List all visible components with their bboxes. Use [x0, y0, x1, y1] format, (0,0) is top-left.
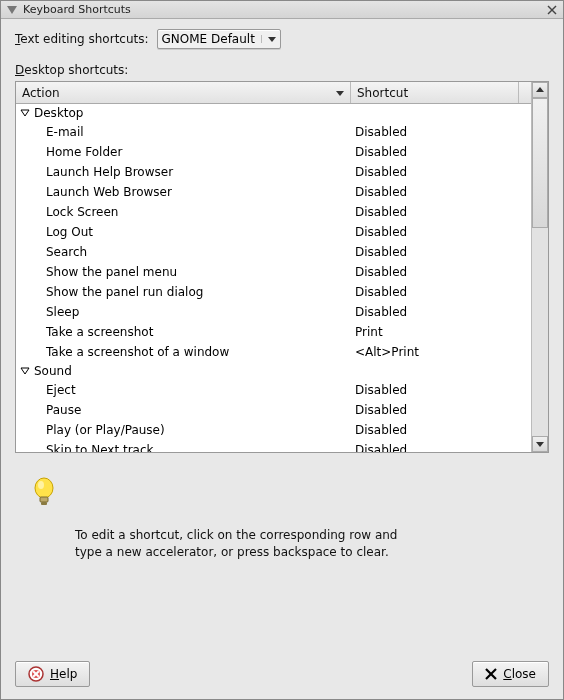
column-header-shortcut[interactable]: Shortcut — [351, 82, 519, 103]
svg-point-10 — [38, 481, 44, 489]
scheme-dropdown[interactable]: GNOME Default — [157, 29, 281, 49]
hint-area: To edit a shortcut, click on the corresp… — [15, 453, 549, 571]
action-cell: Take a screenshot — [46, 325, 355, 339]
shortcut-cell: Disabled — [355, 423, 515, 437]
sort-arrow-icon — [336, 89, 344, 97]
desktop-shortcuts-label: Desktop shortcuts: — [15, 63, 549, 77]
action-cell: Launch Web Browser — [46, 185, 355, 199]
svg-point-9 — [35, 478, 53, 498]
action-cell: Lock Screen — [46, 205, 355, 219]
table-row[interactable]: Skip to Next trackDisabled — [16, 440, 531, 452]
svg-marker-8 — [536, 442, 544, 447]
lightbulb-icon — [31, 477, 539, 507]
shortcut-cell: Disabled — [355, 145, 515, 159]
action-cell: Sleep — [46, 305, 355, 319]
shortcut-cell: Disabled — [355, 125, 515, 139]
table-row[interactable]: Home FolderDisabled — [16, 142, 531, 162]
table-row[interactable]: Take a screenshot of a window<Alt>Print — [16, 342, 531, 362]
window-title: Keyboard Shortcuts — [23, 3, 545, 16]
action-cell: Skip to Next track — [46, 443, 355, 452]
help-button[interactable]: Help — [15, 661, 90, 687]
chevron-down-icon — [261, 35, 276, 43]
table-row[interactable]: Lock ScreenDisabled — [16, 202, 531, 222]
svg-rect-11 — [40, 497, 48, 502]
app-icon — [5, 3, 19, 17]
scheme-label: Text editing shortcuts: — [15, 32, 149, 46]
action-cell: Take a screenshot of a window — [46, 345, 355, 359]
scheme-row: Text editing shortcuts: GNOME Default — [15, 29, 549, 49]
action-cell: Play (or Play/Pause) — [46, 423, 355, 437]
table-rows: DesktopE-mailDisabledHome FolderDisabled… — [16, 104, 531, 452]
content-area: Text editing shortcuts: GNOME Default De… — [1, 19, 563, 653]
group-label: Desktop — [34, 106, 84, 120]
table-header: Action Shortcut — [16, 82, 531, 104]
vertical-scrollbar[interactable] — [531, 82, 548, 452]
action-cell: Eject — [46, 383, 355, 397]
shortcut-cell: Disabled — [355, 383, 515, 397]
action-cell: Search — [46, 245, 355, 259]
close-button[interactable]: Close — [472, 661, 549, 687]
hint-text: To edit a shortcut, click on the corresp… — [75, 527, 475, 561]
action-cell: E-mail — [46, 125, 355, 139]
table-row[interactable]: Launch Help BrowserDisabled — [16, 162, 531, 182]
shortcut-cell: Disabled — [355, 205, 515, 219]
action-cell: Show the panel run dialog — [46, 285, 355, 299]
group-row[interactable]: Sound — [16, 362, 531, 380]
action-cell: Launch Help Browser — [46, 165, 355, 179]
shortcut-cell: Disabled — [355, 443, 515, 452]
table-row[interactable]: Show the panel menuDisabled — [16, 262, 531, 282]
shortcut-cell: Disabled — [355, 265, 515, 279]
shortcuts-table: Action Shortcut DesktopE-mailDisabledHom… — [15, 81, 549, 453]
svg-marker-0 — [7, 6, 17, 14]
expand-icon — [20, 366, 30, 376]
group-row[interactable]: Desktop — [16, 104, 531, 122]
shortcut-cell: Print — [355, 325, 515, 339]
action-cell: Log Out — [46, 225, 355, 239]
shortcut-cell: Disabled — [355, 403, 515, 417]
shortcut-cell: Disabled — [355, 225, 515, 239]
keyboard-shortcuts-window: Keyboard Shortcuts Text editing shortcut… — [0, 0, 564, 700]
close-icon — [485, 668, 497, 680]
table-row[interactable]: Show the panel run dialogDisabled — [16, 282, 531, 302]
table-row[interactable]: SleepDisabled — [16, 302, 531, 322]
table-row[interactable]: SearchDisabled — [16, 242, 531, 262]
shortcut-cell: Disabled — [355, 185, 515, 199]
table-row[interactable]: EjectDisabled — [16, 380, 531, 400]
table-row[interactable]: Log OutDisabled — [16, 222, 531, 242]
shortcut-cell: Disabled — [355, 305, 515, 319]
svg-marker-6 — [21, 368, 29, 374]
table-row[interactable]: PauseDisabled — [16, 400, 531, 420]
scroll-thumb[interactable] — [532, 98, 548, 228]
table-row[interactable]: E-mailDisabled — [16, 122, 531, 142]
shortcut-cell: Disabled — [355, 165, 515, 179]
group-label: Sound — [34, 364, 72, 378]
action-cell: Show the panel menu — [46, 265, 355, 279]
svg-rect-12 — [41, 502, 47, 505]
svg-marker-7 — [536, 87, 544, 92]
scroll-track[interactable] — [532, 98, 548, 436]
shortcut-cell: Disabled — [355, 285, 515, 299]
close-icon[interactable] — [545, 3, 559, 17]
action-cell: Pause — [46, 403, 355, 417]
column-header-action[interactable]: Action — [16, 82, 351, 103]
scheme-selected: GNOME Default — [162, 32, 255, 46]
action-cell: Home Folder — [46, 145, 355, 159]
svg-marker-3 — [268, 37, 276, 42]
button-bar: Help Close — [1, 653, 563, 699]
shortcut-cell: Disabled — [355, 245, 515, 259]
help-icon — [28, 666, 44, 682]
table-row[interactable]: Play (or Play/Pause)Disabled — [16, 420, 531, 440]
shortcut-cell: <Alt>Print — [355, 345, 515, 359]
scroll-up-button[interactable] — [532, 82, 548, 98]
expand-icon — [20, 108, 30, 118]
scroll-down-button[interactable] — [532, 436, 548, 452]
table-row[interactable]: Take a screenshotPrint — [16, 322, 531, 342]
titlebar[interactable]: Keyboard Shortcuts — [1, 1, 563, 19]
svg-marker-4 — [336, 91, 344, 96]
table-row[interactable]: Launch Web BrowserDisabled — [16, 182, 531, 202]
svg-marker-5 — [21, 110, 29, 116]
